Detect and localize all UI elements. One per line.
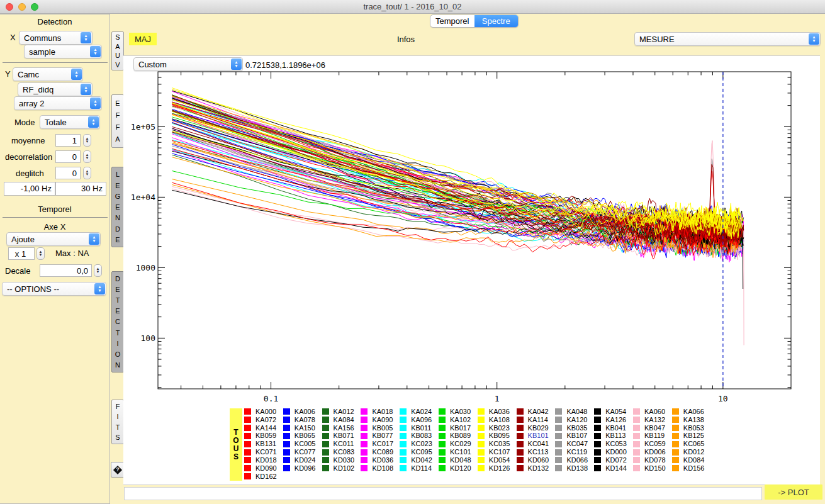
legend-item-kb065[interactable]: KB065 <box>283 432 322 440</box>
color-swatch[interactable] <box>517 408 524 415</box>
legend-item-kc089[interactable]: KC089 <box>361 448 400 456</box>
color-swatch[interactable] <box>361 425 368 431</box>
legend-item-kc107[interactable]: KC107 <box>478 448 517 456</box>
color-swatch[interactable] <box>633 441 640 447</box>
color-swatch[interactable] <box>400 465 407 471</box>
deglitch-field[interactable]: 0 <box>55 167 81 179</box>
legend-item-ka126[interactable]: KA126 <box>594 416 633 424</box>
color-swatch[interactable] <box>517 457 524 463</box>
legend-item-kd042[interactable]: KD042 <box>400 456 439 464</box>
legend-item-ka150[interactable]: KA150 <box>283 424 322 432</box>
legend-item-kb119[interactable]: KB119 <box>633 432 672 440</box>
legend-item-ka144[interactable]: KA144 <box>244 424 283 432</box>
legend-item-ka120[interactable]: KA120 <box>555 416 594 424</box>
legend-item-kd036[interactable]: KD036 <box>361 456 400 464</box>
y-type-dropdown[interactable]: Camc ▲▼ <box>13 67 83 81</box>
decorrelation-stepper[interactable]: ▲▼ <box>83 150 91 163</box>
legend-item-ka114[interactable]: KA114 <box>517 416 556 424</box>
color-swatch[interactable] <box>672 408 679 415</box>
legend-item-kb107[interactable]: KB107 <box>555 432 594 440</box>
color-swatch[interactable] <box>517 449 524 456</box>
legend-item-kb023[interactable]: KB023 <box>478 424 517 432</box>
color-swatch[interactable] <box>439 449 446 456</box>
x-type-dropdown[interactable]: Communs ▲▼ <box>19 31 93 45</box>
legend-item-ka018[interactable]: KA018 <box>361 408 400 416</box>
color-swatch[interactable] <box>517 417 524 423</box>
color-swatch[interactable] <box>322 417 329 423</box>
color-swatch[interactable] <box>439 441 446 447</box>
legend-item-kd030[interactable]: KD030 <box>322 456 361 464</box>
legend-item-kc065[interactable]: KC065 <box>672 440 711 448</box>
side-tab-legende[interactable]: LEGENDE <box>111 167 124 247</box>
legend-item-ka048[interactable]: KA048 <box>555 408 594 416</box>
help-button[interactable]: ? <box>111 462 125 478</box>
color-swatch[interactable] <box>283 425 290 431</box>
legend-item-kb011[interactable]: KB011 <box>400 424 439 432</box>
legend-item-kd102[interactable]: KD102 <box>322 464 361 473</box>
legend-item-kc053[interactable]: KC053 <box>594 440 633 448</box>
color-swatch[interactable] <box>400 441 407 447</box>
color-swatch[interactable] <box>439 433 446 439</box>
color-swatch[interactable] <box>400 433 407 439</box>
decale-field[interactable]: 0,0 <box>40 264 92 277</box>
color-swatch[interactable] <box>633 465 640 471</box>
color-swatch[interactable] <box>478 441 485 447</box>
color-swatch[interactable] <box>555 457 562 463</box>
y-array-dropdown[interactable]: array 2 ▲▼ <box>14 96 102 110</box>
color-swatch[interactable] <box>400 449 407 456</box>
color-swatch[interactable] <box>517 433 524 439</box>
mult-stepper[interactable]: ▲▼ <box>36 247 45 260</box>
legend-item-kb059[interactable]: KB059 <box>244 432 283 440</box>
mode-dropdown[interactable]: Totale ▲▼ <box>40 115 100 129</box>
legend-item-ka054[interactable]: KA054 <box>594 408 633 416</box>
legend-item-kb035[interactable]: KB035 <box>555 424 594 432</box>
maj-button[interactable]: MAJ <box>129 33 157 45</box>
legend-item-kc005[interactable]: KC005 <box>283 440 322 448</box>
color-swatch[interactable] <box>322 449 329 456</box>
legend-item-kb113[interactable]: KB113 <box>594 432 633 440</box>
mult-field[interactable]: x 1 <box>8 247 35 260</box>
color-swatch[interactable] <box>633 457 640 463</box>
legend-item-kc047[interactable]: KC047 <box>555 440 594 448</box>
legend-item-kc113[interactable]: KC113 <box>517 448 556 456</box>
freq-max-field[interactable]: 30 Hz <box>55 182 106 196</box>
color-swatch[interactable] <box>555 425 562 431</box>
color-swatch[interactable] <box>322 465 329 471</box>
legend-item-kc041[interactable]: KC041 <box>517 440 556 448</box>
color-swatch[interactable] <box>555 417 562 423</box>
color-swatch[interactable] <box>594 441 601 447</box>
moyenne-field[interactable]: 1 <box>55 134 81 147</box>
color-swatch[interactable] <box>594 408 601 415</box>
color-swatch[interactable] <box>517 441 524 447</box>
color-swatch[interactable] <box>633 449 640 456</box>
legend-item-kb047[interactable]: KB047 <box>633 424 672 432</box>
color-swatch[interactable] <box>478 425 485 431</box>
legend-item-kc011[interactable]: KC011 <box>322 440 361 448</box>
legend-item-ka060[interactable]: KA060 <box>633 408 672 416</box>
legend-item-kb041[interactable]: KB041 <box>594 424 633 432</box>
legend-item-kd006[interactable]: KD006 <box>633 448 672 456</box>
legend-item-kd114[interactable]: KD114 <box>400 464 439 473</box>
legend-item-ka072[interactable]: KA072 <box>244 416 283 424</box>
color-swatch[interactable] <box>633 408 640 415</box>
decale-stepper[interactable]: ▲▼ <box>94 264 102 277</box>
legend-item-kd138[interactable]: KD138 <box>555 464 594 473</box>
color-swatch[interactable] <box>594 465 601 471</box>
legend-item-kd066[interactable]: KD066 <box>555 456 594 464</box>
color-swatch[interactable] <box>361 457 368 463</box>
color-swatch[interactable] <box>633 417 640 423</box>
color-swatch[interactable] <box>322 441 329 447</box>
legend-item-kb053[interactable]: KB053 <box>672 424 711 432</box>
legend-item-kc035[interactable]: KC035 <box>478 440 517 448</box>
legend-item-ka030[interactable]: KA030 <box>439 408 478 416</box>
legend-item-kd018[interactable]: KD018 <box>244 456 283 464</box>
legend-item-kb017[interactable]: KB017 <box>439 424 478 432</box>
color-swatch[interactable] <box>478 449 485 456</box>
color-swatch[interactable] <box>400 408 407 415</box>
legend-item-kd120[interactable]: KD120 <box>439 464 478 473</box>
legend-item-kd126[interactable]: KD126 <box>478 464 517 473</box>
tous-button[interactable]: TOUS <box>230 408 242 481</box>
legend-item-ka084[interactable]: KA084 <box>322 416 361 424</box>
color-swatch[interactable] <box>439 408 446 415</box>
footer-field[interactable] <box>124 487 762 500</box>
